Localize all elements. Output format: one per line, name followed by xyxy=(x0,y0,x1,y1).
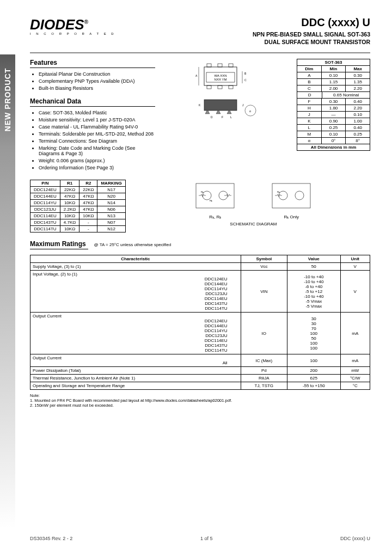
dim-row: C2.002.20 xyxy=(297,85,370,92)
notes-block: Note: 1. Mounted on FR4 PC Board with re… xyxy=(30,393,370,408)
footer-center: 1 of 5 xyxy=(200,536,213,541)
svg-point-24 xyxy=(203,191,211,200)
mech-list: Case: SOT-363, Molded PlasticMoisture se… xyxy=(39,110,155,170)
max-ratings-cond: @ TA = 25°C unless otherwise specified xyxy=(94,242,171,247)
max-row: Input Voltage, (2) to (1)DDC124EU DDC144… xyxy=(30,271,370,313)
title-block: DDC (xxxx) U NPN PRE-BIASED SMALL SIGNAL… xyxy=(253,16,370,46)
svg-text:R₂: R₂ xyxy=(210,199,212,202)
svg-rect-4 xyxy=(207,64,211,67)
max-ratings-heading: Maximum Ratings xyxy=(30,240,88,249)
svg-text:J: J xyxy=(242,103,244,107)
max-row: Supply Voltage, (3) to (1)Vcc50V xyxy=(30,263,370,271)
dim-row: F0.300.40 xyxy=(297,99,370,105)
max-row: Output CurrentDDC124EU DDC144EU DDC114YU… xyxy=(30,313,370,354)
dim-row: A0.100.30 xyxy=(297,72,370,79)
svg-point-29 xyxy=(279,191,287,200)
max-row: Power Dissipation (Total)Pd200mW xyxy=(30,367,370,375)
features-list: Epitaxial Planar Die ConstructionComplem… xyxy=(39,71,155,91)
schematic-r1r2: R₁ R₂ R₁, R₂ xyxy=(188,181,242,219)
svg-rect-7 xyxy=(207,85,211,89)
svg-text:R₁: R₁ xyxy=(277,191,280,193)
pn-row: DDC114TU10KΩ-N12 xyxy=(30,226,126,232)
mech-item: Terminal Connections: See Diagram xyxy=(39,138,155,144)
svg-text:A: A xyxy=(195,74,198,77)
pn-row: DDC124EU22KΩ22KΩN17 xyxy=(30,187,126,193)
side-tab: NEW PRODUCT xyxy=(0,54,15,147)
schematic-r1only: R₁ R₁ Only xyxy=(264,181,318,219)
footer-left: DS30345 Rev. 2 - 2 xyxy=(30,536,72,541)
max-ratings-table: CharacteristicSymbolValueUnit Supply Vol… xyxy=(30,255,370,390)
side-tab-label: NEW PRODUCT xyxy=(3,62,12,138)
svg-rect-28 xyxy=(272,183,310,208)
svg-rect-5 xyxy=(218,64,222,67)
svg-text:WA XXN: WA XXN xyxy=(214,74,226,77)
pn-row: DDC144EU47KΩ47KΩN20 xyxy=(30,193,126,200)
svg-point-30 xyxy=(295,191,304,200)
max-row: Operating and Storage and Temperature Ra… xyxy=(30,382,370,390)
dim-row: α0°8° xyxy=(297,138,370,144)
pn-row: DDC114YU10KΩ47KΩN14 xyxy=(30,200,126,206)
svg-rect-8 xyxy=(218,85,222,89)
dim-row: L0.250.40 xyxy=(297,125,370,131)
svg-text:D: D xyxy=(211,115,213,119)
svg-text:B: B xyxy=(244,72,247,75)
logo-text: DIODES® xyxy=(30,16,116,33)
pn-row: DDC114EU10KΩ10KΩN13 xyxy=(30,213,126,219)
dim-row: B1.151.35 xyxy=(297,79,370,85)
dim-row: J—0.10 xyxy=(297,112,370,118)
svg-rect-15 xyxy=(204,100,237,111)
mech-item: Case: SOT-363, Molded Plastic xyxy=(39,110,155,115)
footer-right: DDC (xxxx) U xyxy=(340,536,370,541)
feature-item: Complementary PNP Types Available (DDA) xyxy=(39,78,155,84)
svg-text:K: K xyxy=(199,103,201,107)
features-heading: Features xyxy=(30,59,155,68)
schematic-caption: SCHEMATIC DIAGRAM xyxy=(137,222,370,226)
gradient-strip xyxy=(0,147,15,528)
svg-rect-6 xyxy=(229,64,233,67)
pn-row: DDC123JU2.2KΩ47KΩN06 xyxy=(30,206,126,213)
svg-text:F: F xyxy=(222,115,223,119)
mech-item: Weight: 0.006 grams (approx.) xyxy=(39,158,155,163)
pn-row: DDC143TU4.7KΩ-N07 xyxy=(30,219,126,226)
mech-item: Moisture sensitivity: Level 1 per J-STD-… xyxy=(39,117,155,123)
dim-row: K0.901.00 xyxy=(297,118,370,125)
dim-row: M0.100.25 xyxy=(297,131,370,138)
svg-text:C: C xyxy=(244,78,247,82)
doc-title: DDC (xxxx) U xyxy=(253,16,370,29)
svg-rect-9 xyxy=(229,85,233,89)
svg-text:L: L xyxy=(230,115,232,119)
dim-row: D0.65 Nominal xyxy=(297,92,370,99)
dimension-table: SOT-363 DimMinMax A0.100.30B1.151.35C2.0… xyxy=(297,59,370,151)
logo-subtext: I N C O R P O R A T E D xyxy=(30,32,116,35)
footer: DS30345 Rev. 2 - 2 1 of 5 DDC (xxxx) U xyxy=(30,536,370,541)
logo-block: DIODES® I N C O R P O R A T E D xyxy=(30,16,116,35)
mech-item: Terminals: Solderable per MIL-STD-202, M… xyxy=(39,131,155,137)
feature-item: Built-In Biasing Resistors xyxy=(39,85,155,91)
package-outline-diagram: WA XXN NXX YM A B C K xyxy=(161,59,291,124)
dim-row: H1.802.20 xyxy=(297,105,370,112)
part-number-table: P/NR1R2MARKING DDC124EU22KΩ22KΩN17DDC144… xyxy=(30,180,126,232)
max-row: Thermal Resistance, Junction to Ambient … xyxy=(30,375,370,382)
svg-text:NXX YM: NXX YM xyxy=(215,78,227,81)
mech-item: Marking: Date Code and Marking Code (See… xyxy=(39,145,155,156)
mech-item: Case material - UL Flammability Rating 9… xyxy=(39,124,155,130)
svg-text:α: α xyxy=(249,109,251,113)
svg-text:R₁: R₁ xyxy=(201,191,204,193)
mech-item: Ordering Information (See Page 3) xyxy=(39,165,155,170)
mech-heading: Mechanical Data xyxy=(30,97,155,107)
feature-item: Epitaxial Planar Die Construction xyxy=(39,71,155,77)
max-row: Output CurrentAllIC (Max)100mA xyxy=(30,354,370,367)
doc-subtitle: NPN PRE-BIASED SMALL SIGNAL SOT-363DUAL … xyxy=(253,31,370,46)
